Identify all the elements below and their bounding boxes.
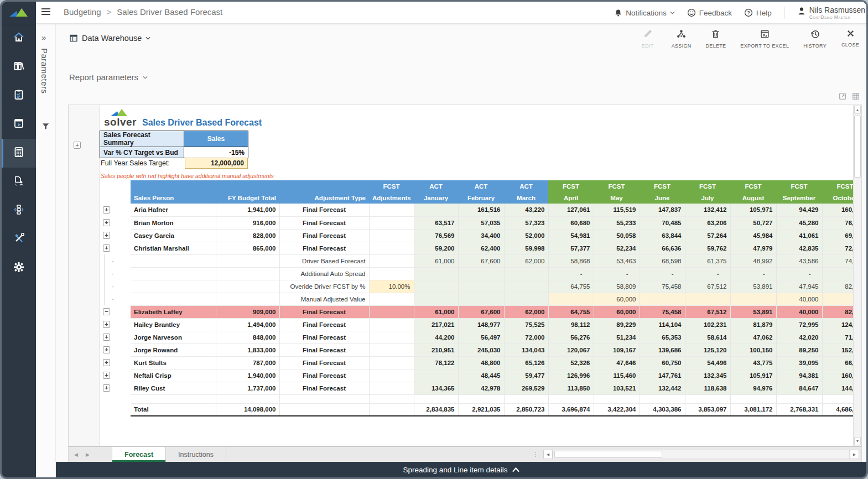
month-value-cell[interactable]: 52,234 — [594, 242, 640, 254]
month-value-cell[interactable] — [685, 394, 730, 403]
month-value-cell[interactable]: 71,083 — [822, 331, 853, 343]
month-value-cell[interactable]: 41,061 — [776, 229, 822, 242]
sales-person-cell[interactable]: Kurt Stults — [131, 356, 216, 369]
month-value-cell[interactable]: 50,727 — [730, 216, 776, 229]
month-value-cell[interactable]: 4,303,386 — [640, 403, 685, 416]
month-value-cell[interactable]: 82,214 — [822, 280, 853, 293]
month-value-cell[interactable] — [504, 394, 548, 403]
tab-scroll-right-icon[interactable]: ▶ — [86, 452, 90, 457]
month-value-cell[interactable]: 52,326 — [548, 356, 594, 369]
month-value-cell[interactable]: 43,220 — [504, 204, 548, 216]
month-value-cell[interactable] — [504, 280, 548, 293]
fcst-adjustment-cell[interactable] — [369, 204, 414, 216]
month-value-cell[interactable]: 34,400 — [458, 229, 504, 242]
month-value-cell[interactable]: 59,998 — [504, 242, 548, 254]
month-value-cell[interactable]: 50,058 — [594, 229, 640, 242]
month-value-cell[interactable]: 72,481 — [822, 242, 853, 254]
month-value-cell[interactable] — [730, 394, 776, 403]
fcst-adjustment-cell[interactable] — [369, 382, 414, 394]
month-value-cell[interactable]: 48,445 — [458, 369, 504, 382]
solver-logo[interactable] — [2, 2, 36, 24]
vertical-scroll-thumb[interactable] — [854, 116, 861, 178]
month-value-cell[interactable]: 60,750 — [640, 356, 685, 369]
month-value-cell[interactable]: 72,000 — [504, 331, 548, 343]
scrollbar-grip-icon[interactable]: ⋮ — [533, 451, 539, 457]
month-value-cell[interactable]: - — [685, 267, 730, 280]
expand-button[interactable]: + — [103, 346, 110, 353]
budget-total-cell[interactable]: 909,000 — [216, 305, 279, 318]
horizontal-scroll-thumb[interactable] — [554, 451, 662, 458]
month-value-cell[interactable] — [822, 394, 853, 403]
budget-total-cell[interactable]: 865,000 — [216, 242, 279, 254]
month-value-cell[interactable]: 94,381 — [776, 369, 822, 382]
month-value-cell[interactable]: 126,996 — [548, 369, 594, 382]
month-value-cell[interactable]: 54,496 — [685, 356, 730, 369]
fcst-adjustment-cell[interactable] — [369, 305, 414, 318]
data-warehouse-select[interactable]: Data Warehouse — [69, 34, 150, 43]
month-value-cell[interactable]: 72,995 — [776, 318, 822, 331]
tab-scroll-left-icon[interactable]: ◀ — [74, 452, 78, 457]
sidebar-item-workflow[interactable] — [2, 196, 36, 225]
expand-button[interactable]: + — [103, 372, 110, 379]
month-value-cell[interactable] — [548, 293, 594, 305]
month-value-cell[interactable]: 59,200 — [414, 242, 458, 254]
sales-person-cell[interactable] — [131, 394, 216, 403]
expand-button[interactable]: + — [103, 232, 110, 239]
sales-target-input[interactable]: 12,000,000 — [185, 158, 248, 169]
month-value-cell[interactable]: 109,167 — [594, 343, 640, 356]
close-button[interactable]: CLOSE — [841, 29, 860, 49]
spreading-details-bar[interactable]: Spreading and Line item details — [56, 462, 866, 477]
sales-person-cell[interactable]: Riley Cust — [131, 382, 216, 394]
month-value-cell[interactable]: 58,868 — [548, 254, 594, 267]
month-value-cell[interactable]: 47,979 — [730, 242, 776, 254]
fcst-adjustment-cell[interactable] — [369, 254, 414, 267]
fcst-adjustment-cell[interactable] — [369, 331, 414, 343]
month-value-cell[interactable]: 84,647 — [776, 382, 822, 394]
month-value-cell[interactable]: 103,521 — [594, 382, 640, 394]
month-value-cell[interactable]: 75,458 — [640, 280, 685, 293]
summary-row-value[interactable]: -15% — [184, 147, 248, 158]
month-value-cell[interactable]: 152,072 — [822, 343, 853, 356]
month-value-cell[interactable]: 58,809 — [594, 280, 640, 293]
month-value-cell[interactable]: 64,755 — [548, 280, 594, 293]
adjustment-type-cell[interactable]: Final Forecast — [279, 229, 369, 242]
month-value-cell[interactable]: 160,952 — [822, 204, 853, 216]
month-value-cell[interactable]: 61,375 — [685, 254, 730, 267]
month-value-cell[interactable]: 48,800 — [458, 356, 504, 369]
month-value-cell[interactable]: 42,978 — [458, 382, 504, 394]
feedback-button[interactable]: Feedback — [687, 8, 732, 17]
menu-icon[interactable] — [41, 8, 50, 15]
month-value-cell[interactable]: 120,067 — [548, 343, 594, 356]
budget-total-cell[interactable]: 1,940,000 — [216, 369, 279, 382]
month-value-cell[interactable]: 67,600 — [458, 305, 504, 318]
month-value-cell[interactable]: 114,104 — [640, 318, 685, 331]
expand-button[interactable]: + — [103, 359, 110, 366]
month-value-cell[interactable]: 148,977 — [458, 318, 504, 331]
month-value-cell[interactable]: 134,043 — [504, 343, 548, 356]
grid-view-icon[interactable] — [852, 92, 860, 102]
month-value-cell[interactable]: 55,233 — [594, 216, 640, 229]
month-value-cell[interactable]: 69,439 — [822, 229, 853, 242]
horizontal-scrollbar[interactable] — [553, 450, 850, 459]
scroll-left-button[interactable]: ◀ — [543, 450, 553, 459]
month-value-cell[interactable]: 60,000 — [594, 293, 640, 305]
month-value-cell[interactable]: 132,442 — [640, 382, 685, 394]
month-value-cell[interactable]: 75,525 — [504, 318, 548, 331]
month-value-cell[interactable]: - — [822, 267, 853, 280]
adjustment-type-cell[interactable]: Manual Adjusted Value — [279, 293, 369, 305]
month-value-cell[interactable] — [548, 394, 594, 403]
month-value-cell[interactable]: 161,516 — [458, 204, 504, 216]
month-value-cell[interactable]: 53,463 — [594, 254, 640, 267]
month-value-cell[interactable]: 3,853,097 — [685, 403, 730, 416]
fcst-adjustment-cell[interactable] — [369, 343, 414, 356]
month-value-cell[interactable]: 59,477 — [504, 369, 548, 382]
budget-total-cell[interactable] — [216, 293, 279, 305]
month-value-cell[interactable]: 65,126 — [504, 356, 548, 369]
scroll-right-button[interactable]: ▶ — [850, 450, 859, 459]
adjustment-type-cell[interactable]: Final Forecast — [279, 343, 369, 356]
month-value-cell[interactable]: 102,231 — [685, 318, 730, 331]
month-value-cell[interactable]: 56,276 — [548, 331, 594, 343]
fcst-adjustment-cell[interactable] — [369, 267, 414, 280]
filter-funnel-icon[interactable] — [41, 122, 50, 133]
sales-person-cell[interactable]: Aria Hafner — [131, 204, 216, 216]
